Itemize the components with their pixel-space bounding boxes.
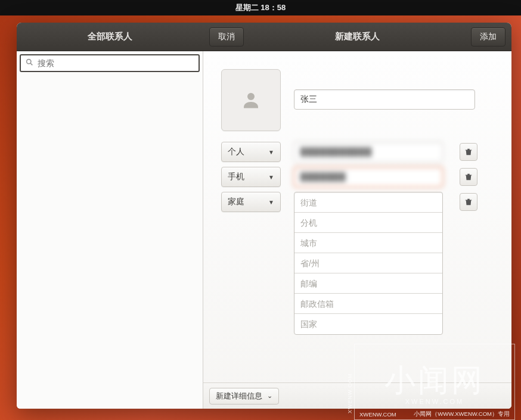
contact-form: 个人 ▼ 手机 ▼ xyxy=(203,51,511,382)
pobox-input[interactable] xyxy=(294,294,442,314)
window-body: 个人 ▼ 手机 ▼ xyxy=(17,51,511,409)
watermark-bar: XWENW.COM 小闻网（WWW.XWENW.COM）专用 xyxy=(355,409,514,419)
email-type-label: 个人 xyxy=(228,147,244,157)
system-topbar: 星期二 18：58 xyxy=(0,0,521,15)
chevron-down-icon: ⌄ xyxy=(267,392,272,400)
delete-address-button[interactable] xyxy=(460,193,477,211)
svg-point-2 xyxy=(247,93,255,100)
add-button-label: 添加 xyxy=(480,32,497,42)
titlebar-left-title: 全部联系人 xyxy=(17,31,203,42)
watermark-bar-right: 小闻网（WWW.XWENW.COM）专用 xyxy=(414,410,510,418)
phone-row: 手机 ▼ xyxy=(221,167,506,187)
titlebar: 全部联系人 取消 新建联系人 添加 xyxy=(17,23,511,51)
name-input[interactable] xyxy=(294,89,475,110)
name-row xyxy=(221,69,506,131)
search-icon xyxy=(21,58,38,68)
address-stack xyxy=(294,192,443,335)
titlebar-right: 取消 新建联系人 添加 xyxy=(203,27,511,46)
sidebar xyxy=(17,51,203,409)
form-footer: 新建详细信息 ⌄ xyxy=(203,382,511,409)
watermark-bar-left: XWENW.COM xyxy=(359,411,396,418)
new-detail-label: 新建详细信息 xyxy=(216,391,262,402)
trash-icon xyxy=(464,173,473,181)
trash-icon xyxy=(464,148,473,156)
state-input[interactable] xyxy=(294,253,442,273)
delete-email-button[interactable] xyxy=(460,143,477,161)
add-button[interactable]: 添加 xyxy=(471,27,506,46)
svg-line-1 xyxy=(30,63,32,65)
search-wrap xyxy=(17,51,203,75)
caret-down-icon: ▼ xyxy=(268,199,274,206)
search-input[interactable] xyxy=(38,55,199,71)
titlebar-center-title: 新建联系人 xyxy=(244,31,471,42)
search-field[interactable] xyxy=(20,54,200,72)
street-input[interactable] xyxy=(294,192,442,213)
person-icon xyxy=(240,89,262,111)
delete-phone-button[interactable] xyxy=(460,168,477,186)
address-type-label: 家庭 xyxy=(228,197,244,207)
email-field-col xyxy=(294,142,443,162)
country-input[interactable] xyxy=(294,314,442,334)
phone-type-label: 手机 xyxy=(228,172,244,182)
new-detail-button[interactable]: 新建详细信息 ⌄ xyxy=(209,388,279,405)
email-row: 个人 ▼ xyxy=(221,142,506,162)
email-type-combo[interactable]: 个人 ▼ xyxy=(221,142,281,162)
contacts-window: 全部联系人 取消 新建联系人 添加 xyxy=(17,23,511,409)
main-panel: 个人 ▼ 手机 ▼ xyxy=(203,51,511,409)
address-row: 家庭 ▼ xyxy=(221,192,506,335)
city-input[interactable] xyxy=(294,233,442,253)
address-type-combo[interactable]: 家庭 ▼ xyxy=(221,192,281,212)
email-input[interactable] xyxy=(294,142,443,162)
phone-field-col xyxy=(294,167,443,187)
zip-input[interactable] xyxy=(294,273,442,294)
svg-point-0 xyxy=(26,60,30,64)
phone-input[interactable] xyxy=(294,167,443,187)
clock-text: 星期二 18：58 xyxy=(235,2,286,13)
ext-input[interactable] xyxy=(294,213,442,233)
caret-down-icon: ▼ xyxy=(268,174,274,181)
avatar-placeholder[interactable] xyxy=(221,69,281,131)
phone-type-combo[interactable]: 手机 ▼ xyxy=(221,167,281,187)
trash-icon xyxy=(464,198,473,206)
cancel-button-label: 取消 xyxy=(218,32,235,42)
cancel-button[interactable]: 取消 xyxy=(209,27,244,46)
caret-down-icon: ▼ xyxy=(268,149,274,155)
